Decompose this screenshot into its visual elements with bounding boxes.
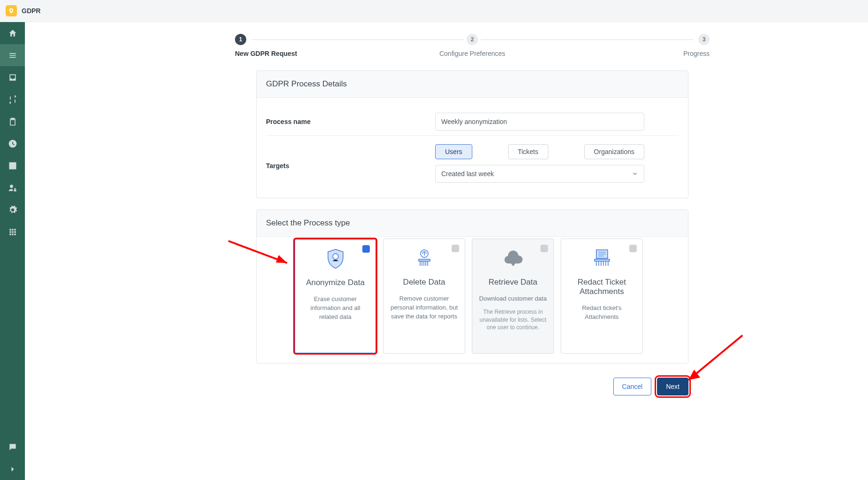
- card-desc: Redact ticket's Attachments: [567, 304, 637, 322]
- card-title: Retrieve Data: [478, 278, 548, 287]
- sidebar-analytics[interactable]: [0, 155, 25, 177]
- stepper: 1 New GDPR Request 2 Configure Preferenc…: [235, 34, 710, 57]
- process-name-row: Process name: [266, 108, 679, 136]
- step-label-3: Progress: [551, 50, 710, 57]
- sidebar-settings[interactable]: [0, 199, 25, 221]
- top-header: GDPR: [0, 0, 868, 22]
- card-title: Redact Ticket Attachments: [567, 278, 637, 296]
- card-desc: Download customer data: [478, 294, 548, 303]
- grid-icon: [8, 227, 17, 237]
- inbox-icon: [8, 73, 17, 82]
- process-name-input[interactable]: [435, 113, 644, 131]
- details-panel: GDPR Process Details Process name Target…: [256, 70, 688, 198]
- sidebar-transfer[interactable]: [0, 88, 25, 110]
- home-icon: [8, 29, 17, 38]
- delete-icon: [389, 248, 459, 269]
- card-check-icon: [452, 245, 459, 252]
- chart-icon: [8, 161, 17, 170]
- svg-marker-11: [688, 370, 700, 380]
- step-circle-3: 3: [698, 34, 710, 45]
- card-check-icon: [629, 245, 637, 252]
- svg-line-10: [688, 335, 743, 380]
- target-organizations[interactable]: Organizations: [584, 144, 644, 159]
- sidebar-clipboard[interactable]: [0, 110, 25, 132]
- process-type-header: Select the Process type: [257, 210, 688, 237]
- process-name-label: Process name: [266, 118, 435, 125]
- card-retrieve: Retrieve Data Download customer data The…: [472, 239, 554, 354]
- card-delete[interactable]: Delete Data Remove customer personal inf…: [383, 239, 465, 354]
- svg-point-0: [333, 254, 338, 259]
- transfer-icon: [8, 95, 17, 104]
- card-desc: Remove customer personal information, bu…: [389, 294, 459, 321]
- sidebar-clock[interactable]: [0, 132, 25, 155]
- step-label-2: Configure Preferences: [393, 50, 552, 57]
- chevron-down-icon: [632, 170, 638, 177]
- user-lock-icon: [8, 183, 17, 193]
- clock-icon: [8, 139, 17, 148]
- details-panel-header: GDPR Process Details: [257, 71, 688, 98]
- shield-lock-icon: [8, 8, 15, 14]
- list-icon: [8, 51, 17, 60]
- footer-buttons: Cancel Next: [256, 378, 688, 395]
- target-filter-select[interactable]: Created last week: [435, 165, 644, 183]
- card-desc: Erase customer information and all relat…: [301, 295, 370, 322]
- target-buttons: Users Tickets Organizations: [435, 144, 644, 159]
- next-button[interactable]: Next: [657, 378, 688, 395]
- clipboard-icon: [8, 117, 17, 126]
- sidebar-home[interactable]: [0, 22, 25, 44]
- svg-rect-2: [419, 259, 430, 261]
- step-3[interactable]: 3 Progress: [551, 34, 710, 57]
- card-anonymize[interactable]: Anonymize Data Erase customer informatio…: [294, 239, 376, 354]
- target-tickets[interactable]: Tickets: [508, 144, 548, 159]
- main-content: 1 New GDPR Request 2 Configure Preferenc…: [25, 22, 868, 414]
- targets-row: Targets Users Tickets Organizations Crea…: [266, 136, 679, 187]
- sidebar: [0, 22, 25, 414]
- app-title: GDPR: [22, 7, 40, 15]
- svg-rect-7: [594, 259, 610, 261]
- card-check-icon: [540, 245, 548, 252]
- step-circle-1: 1: [235, 34, 246, 45]
- sidebar-user-lock[interactable]: [0, 177, 25, 199]
- card-redact[interactable]: Redact Ticket Attachments Redact ticket'…: [561, 239, 643, 354]
- card-note: The Retrieve process in unavailable for …: [478, 308, 548, 332]
- sidebar-apps[interactable]: [0, 221, 25, 243]
- anonymize-icon: [301, 248, 370, 270]
- targets-label: Targets: [266, 144, 435, 170]
- step-label-1: New GDPR Request: [235, 50, 393, 57]
- process-type-panel: Select the Process type Anonymize Data E…: [256, 209, 688, 364]
- card-check-icon: [362, 245, 370, 253]
- card-title: Delete Data: [389, 278, 459, 287]
- gear-icon: [8, 205, 17, 215]
- sidebar-inbox[interactable]: [0, 66, 25, 88]
- sidebar-lists[interactable]: [0, 44, 25, 66]
- retrieve-icon: [478, 248, 548, 269]
- process-cards: Anonymize Data Erase customer informatio…: [257, 237, 688, 363]
- step-1[interactable]: 1 New GDPR Request: [235, 34, 393, 57]
- redact-icon: [567, 248, 637, 269]
- app-logo: [6, 5, 17, 16]
- cancel-button[interactable]: Cancel: [613, 378, 652, 395]
- step-circle-2: 2: [467, 34, 478, 45]
- target-users[interactable]: Users: [435, 144, 472, 159]
- target-filter-value: Created last week: [441, 170, 494, 178]
- step-2[interactable]: 2 Configure Preferences: [393, 34, 552, 57]
- card-title: Anonymize Data: [301, 278, 370, 287]
